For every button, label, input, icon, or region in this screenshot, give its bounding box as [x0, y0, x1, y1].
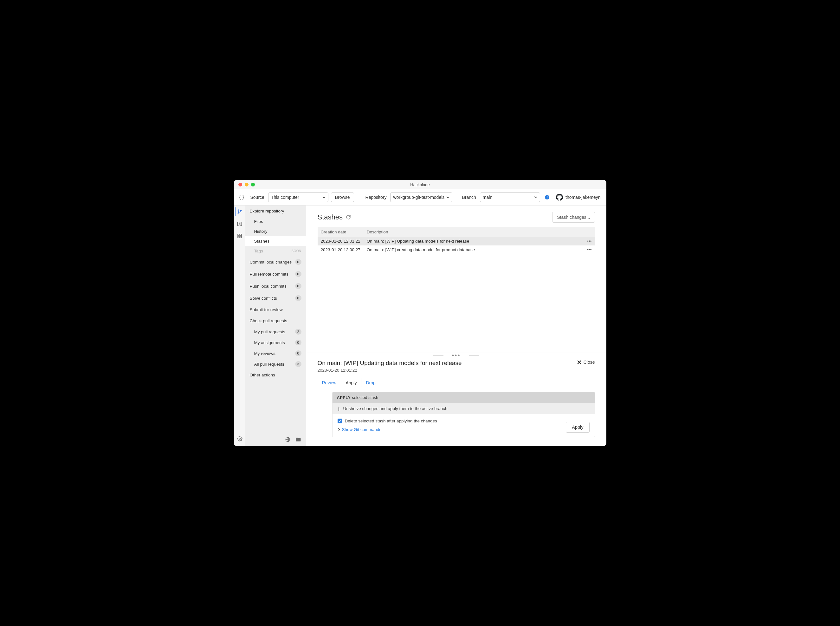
- branch-select[interactable]: main: [480, 192, 540, 202]
- branch-value: main: [483, 195, 492, 200]
- repository-value: workgroup-git-test-models: [393, 195, 444, 200]
- show-git-commands-link[interactable]: Show Git commands: [337, 427, 590, 432]
- row-menu-icon[interactable]: •••: [584, 246, 595, 254]
- page-header: Stashes Stash changes...: [306, 205, 606, 227]
- sidebar-my-reviews[interactable]: My reviews 0: [245, 348, 306, 359]
- cell-desc: On main: [WIP] creating data model for p…: [364, 246, 584, 254]
- svg-rect-6: [240, 222, 242, 226]
- svg-rect-10: [240, 236, 242, 238]
- detail-header: On main: [WIP] Updating data models for …: [318, 360, 595, 372]
- sidebar-submit-review[interactable]: Submit for review: [245, 304, 306, 315]
- row-menu-icon[interactable]: •••: [584, 237, 595, 246]
- svg-rect-9: [238, 236, 239, 238]
- cell-date: 2023-01-20 12:01:22: [318, 237, 364, 246]
- branch-label: Branch: [462, 195, 476, 200]
- icon-rail: [234, 205, 245, 446]
- refresh-icon[interactable]: [346, 215, 351, 220]
- sidebar-explore-repository[interactable]: Explore repository: [245, 205, 306, 217]
- tab-review[interactable]: Review: [318, 378, 341, 387]
- apply-button[interactable]: Apply: [566, 422, 589, 433]
- svg-point-3: [238, 213, 239, 214]
- repository-label: Repository: [365, 195, 387, 200]
- dots-icon: ●●●: [452, 353, 461, 357]
- page-title: Stashes: [318, 213, 351, 221]
- splitter-handle[interactable]: ●●●: [306, 353, 606, 357]
- user-chip[interactable]: thomas-jakemeyn: [556, 194, 601, 201]
- table-row[interactable]: 2023-01-20 12:01:22 On main: [WIP] Updat…: [318, 237, 595, 246]
- svg-text:i: i: [546, 196, 547, 199]
- braces-icon[interactable]: [237, 193, 246, 202]
- sidebar: Explore repository Files History Stashes…: [245, 205, 306, 446]
- sidebar-commit-local[interactable]: Commit local changes 0: [245, 256, 306, 268]
- count-badge: 2: [295, 329, 301, 335]
- delete-after-apply-checkbox[interactable]: Delete selected stash after applying the…: [337, 419, 590, 423]
- source-value: This computer: [271, 195, 299, 200]
- col-header-date[interactable]: Creation date: [318, 227, 364, 237]
- svg-point-4: [240, 210, 241, 211]
- rail-compare-icon[interactable]: [235, 219, 244, 228]
- detail-pane: On main: [WIP] Updating data models for …: [306, 357, 606, 446]
- detail-tabs: Review Apply Drop: [318, 378, 595, 387]
- count-badge: 0: [295, 259, 301, 265]
- table-row[interactable]: 2023-01-20 12:00:27 On main: [WIP] creat…: [318, 246, 595, 254]
- app-window: Hackolade Source This computer Browse Re…: [234, 180, 606, 446]
- grip-icon: [433, 355, 443, 355]
- checkbox-checked-icon: [337, 419, 342, 423]
- sidebar-all-prs[interactable]: All pull requests 3: [245, 359, 306, 369]
- svg-point-11: [239, 438, 240, 439]
- browse-button[interactable]: Browse: [331, 192, 354, 202]
- sidebar-solve-conflicts[interactable]: Solve conflicts 0: [245, 292, 306, 304]
- svg-rect-5: [238, 222, 239, 226]
- count-badge: 3: [295, 361, 301, 367]
- detail-date: 2023-01-20 12:01:22: [318, 368, 462, 372]
- close-detail-button[interactable]: Close: [577, 360, 595, 365]
- sidebar-check-prs[interactable]: Check pull requests: [245, 315, 306, 326]
- cell-date: 2023-01-20 12:00:27: [318, 246, 364, 254]
- body: Explore repository Files History Stashes…: [234, 205, 606, 446]
- github-icon: [556, 194, 563, 201]
- tab-apply[interactable]: Apply: [341, 378, 361, 387]
- main-panel: Stashes Stash changes... Creation date D…: [306, 205, 606, 446]
- sidebar-pull-remote[interactable]: Pull remote commits 0: [245, 268, 306, 280]
- chevron-down-icon: [322, 196, 326, 199]
- chevron-down-icon: [446, 196, 450, 199]
- sidebar-my-assignments[interactable]: My assignments 0: [245, 337, 306, 348]
- count-badge: 0: [295, 283, 301, 289]
- window-title: Hackolade: [234, 182, 606, 187]
- rail-branch-icon[interactable]: [235, 207, 244, 216]
- tab-drop[interactable]: Drop: [361, 378, 380, 387]
- panel-info: Unshelve changes and apply them to the a…: [333, 403, 595, 414]
- count-badge: 0: [295, 295, 301, 301]
- apply-panel: APPLYselected stash Unshelve changes and…: [332, 392, 595, 437]
- rail-settings-icon[interactable]: [235, 434, 244, 443]
- repository-select[interactable]: workgroup-git-test-models: [390, 192, 452, 202]
- count-badge: 0: [295, 351, 301, 356]
- folder-icon[interactable]: [295, 437, 301, 442]
- source-select[interactable]: This computer: [268, 192, 328, 202]
- sidebar-stashes[interactable]: Stashes: [245, 236, 306, 246]
- sidebar-other-actions[interactable]: Other actions: [245, 369, 306, 380]
- panel-title: APPLYselected stash: [333, 392, 595, 403]
- count-badge: 0: [295, 271, 301, 277]
- sidebar-files[interactable]: Files: [245, 217, 306, 227]
- svg-rect-7: [238, 234, 239, 236]
- chevron-down-icon: [534, 196, 537, 199]
- titlebar: Hackolade: [234, 180, 606, 189]
- soon-badge: SOON: [291, 249, 301, 253]
- svg-point-13: [338, 407, 339, 407]
- col-header-desc[interactable]: Description: [364, 227, 584, 237]
- svg-rect-14: [339, 408, 339, 411]
- sidebar-my-prs[interactable]: My pull requests 2: [245, 326, 306, 337]
- stash-changes-button[interactable]: Stash changes...: [552, 212, 595, 222]
- cell-desc: On main: [WIP] Updating data models for …: [364, 237, 584, 246]
- globe-icon[interactable]: [285, 437, 291, 442]
- info-icon[interactable]: i: [545, 195, 550, 200]
- sidebar-history[interactable]: History: [245, 227, 306, 236]
- grip-icon: [469, 355, 479, 355]
- sidebar-tags: Tags SOON: [245, 246, 306, 256]
- rail-grid-icon[interactable]: [235, 232, 244, 240]
- sidebar-push-local[interactable]: Push local commits 0: [245, 280, 306, 292]
- count-badge: 0: [295, 340, 301, 345]
- panel-body: Delete selected stash after applying the…: [333, 414, 595, 437]
- stash-table-wrap: Creation date Description 2023-01-20 12:…: [306, 227, 606, 353]
